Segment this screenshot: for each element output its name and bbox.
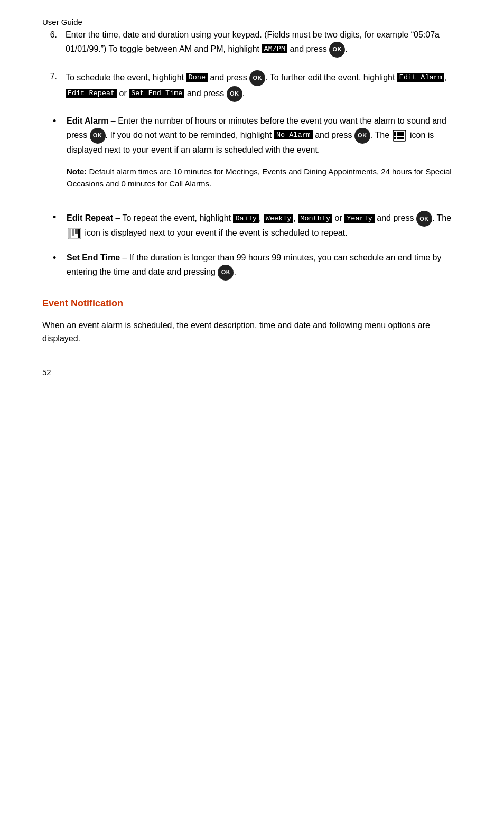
svg-rect-9 xyxy=(394,137,396,139)
bullet-dot-2: • xyxy=(53,211,58,240)
ok-button-6a: OK xyxy=(329,42,345,58)
set-end-time-kbd: Set End Time xyxy=(129,89,184,98)
ok-button-endtime: OK xyxy=(218,265,234,281)
weekly-kbd: Weekly xyxy=(264,214,294,223)
edit-repeat-label: Edit Repeat xyxy=(67,214,113,223)
yearly-kbd: Yearly xyxy=(344,214,375,223)
item-content-6: Enter the time, date and duration using … xyxy=(66,29,462,58)
note-label: Note: xyxy=(67,167,87,176)
item-number-7: 7. xyxy=(42,70,57,102)
svg-rect-7 xyxy=(399,134,402,136)
svg-rect-15 xyxy=(72,229,74,236)
svg-rect-12 xyxy=(402,137,404,139)
done-kbd: Done xyxy=(186,73,208,82)
ok-button-alarm1: OK xyxy=(90,128,106,144)
svg-rect-3 xyxy=(399,132,402,134)
bullet-item-set-end-time: • Set End Time – If the duration is long… xyxy=(42,251,462,281)
svg-rect-8 xyxy=(402,134,404,136)
svg-rect-16 xyxy=(75,229,78,234)
list-item-6: 6. Enter the time, date and duration usi… xyxy=(42,29,462,58)
event-notification-body: When an event alarm is scheduled, the ev… xyxy=(42,319,462,346)
ok-button-alarm2: OK xyxy=(354,128,370,144)
list-item-7: 7. To schedule the event, highlight Done… xyxy=(42,70,462,102)
note-text: Default alarm times are 10 minutes for M… xyxy=(67,167,452,188)
alarm-icon xyxy=(393,130,406,142)
note-block: Note: Default alarm times are 10 minutes… xyxy=(67,166,462,190)
svg-rect-14 xyxy=(69,229,71,238)
item-number-6: 6. xyxy=(42,29,57,58)
ok-button-7a: OK xyxy=(249,70,265,86)
bullet-content-edit-repeat: Edit Repeat – To repeat the event, highl… xyxy=(67,211,462,240)
bullet-dot-3: • xyxy=(53,251,58,281)
set-end-time-label: Set End Time xyxy=(67,253,120,262)
svg-rect-5 xyxy=(394,134,396,136)
monthly-kbd: Monthly xyxy=(298,214,332,223)
svg-rect-6 xyxy=(397,134,399,136)
am-pm-kbd: AM/PM xyxy=(262,44,288,53)
item-content-7: To schedule the event, highlight Done an… xyxy=(66,70,462,102)
daily-kbd: Daily xyxy=(233,214,259,223)
bullet-content-set-end-time: Set End Time – If the duration is longer… xyxy=(67,251,462,281)
bullet-item-edit-repeat: • Edit Repeat – To repeat the event, hig… xyxy=(42,211,462,240)
edit-alarm-label: Edit Alarm xyxy=(67,116,108,125)
user-guide-header: User Guide xyxy=(42,16,462,29)
svg-rect-10 xyxy=(397,137,399,139)
svg-rect-11 xyxy=(399,137,402,139)
bullet-content-edit-alarm: Edit Alarm – Enter the number of hours o… xyxy=(67,115,462,200)
bullet-item-edit-alarm: • Edit Alarm – Enter the number of hours… xyxy=(42,115,462,200)
edit-alarm-kbd: Edit Alarm xyxy=(397,73,444,82)
event-notification-heading: Event Notification xyxy=(42,296,462,311)
svg-rect-4 xyxy=(402,132,404,134)
svg-rect-2 xyxy=(397,132,399,134)
svg-rect-17 xyxy=(78,229,80,238)
page-number: 52 xyxy=(42,367,462,379)
ok-button-7b: OK xyxy=(227,86,242,102)
bullet-dot-1: • xyxy=(53,115,58,200)
ok-button-repeat: OK xyxy=(416,211,432,227)
svg-rect-1 xyxy=(394,132,396,134)
edit-repeat-kbd: Edit Repeat xyxy=(66,89,117,98)
no-alarm-kbd: No Alarm xyxy=(274,130,313,139)
repeat-icon xyxy=(68,228,81,239)
